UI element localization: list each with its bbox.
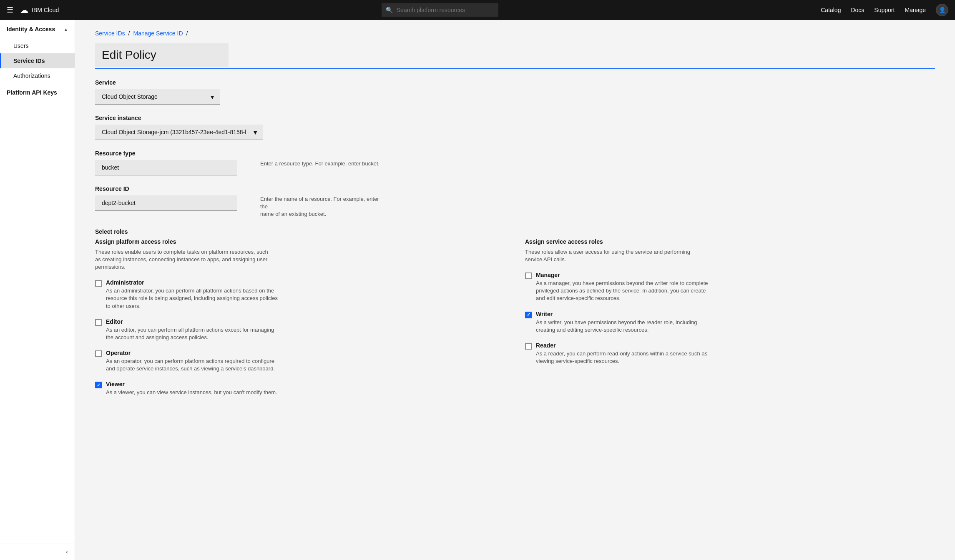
- breadcrumb-sep-2: /: [186, 30, 188, 37]
- title-divider: [95, 68, 935, 69]
- manager-desc: As a manager, you have permissions beyon…: [536, 280, 711, 302]
- resource-type-input[interactable]: [95, 160, 237, 175]
- operator-desc: As an operator, you can perform platform…: [106, 358, 281, 372]
- service-label: Service: [95, 79, 935, 86]
- role-reader: Reader As a reader, you can perform read…: [525, 342, 935, 365]
- manager-text: Manager As a manager, you have permissio…: [536, 272, 711, 302]
- sidebar-item-authorizations[interactable]: Authorizations: [0, 68, 75, 83]
- sidebar: Identity & Access ▲ Users Service IDs Au…: [0, 20, 75, 560]
- editor-name: Editor: [106, 318, 281, 325]
- service-roles-column: Assign service access roles These roles …: [525, 238, 935, 405]
- select-roles-label: Select roles: [95, 228, 935, 235]
- breadcrumb-sep-1: /: [128, 30, 130, 37]
- platform-roles-title: Assign platform access roles: [95, 238, 505, 245]
- sidebar-item-platform-api-keys[interactable]: Platform API Keys: [0, 83, 75, 102]
- editor-text: Editor As an editor, you can perform all…: [106, 318, 281, 341]
- service-roles-desc: These roles allow a user access for usin…: [525, 248, 700, 263]
- search-icon: 🔍: [386, 7, 393, 13]
- resource-id-label: Resource ID: [95, 185, 935, 192]
- manager-checkbox[interactable]: [525, 272, 532, 279]
- writer-name: Writer: [536, 311, 711, 318]
- resource-id-row: Enter the name of a resource. For exampl…: [95, 195, 935, 218]
- resource-type-hint: Enter a resource type. For example, ente…: [260, 160, 379, 168]
- top-navigation: ☰ ☁ IBM Cloud 🔍 Catalog Docs Support Man…: [0, 0, 955, 20]
- reader-name: Reader: [536, 342, 711, 349]
- sidebar-section-title: Identity & Access: [7, 26, 55, 32]
- administrator-name: Administrator: [106, 279, 281, 286]
- avatar[interactable]: 👤: [936, 4, 948, 16]
- service-instance-select-wrapper: Cloud Object Storage-jcm (3321b457-23ee-…: [95, 125, 263, 140]
- resource-id-input[interactable]: [95, 195, 237, 211]
- roles-container: Assign platform access roles These roles…: [95, 238, 935, 405]
- role-editor: Editor As an editor, you can perform all…: [95, 318, 505, 341]
- collapse-icon: ‹: [66, 548, 68, 555]
- operator-checkbox[interactable]: [95, 350, 102, 357]
- search-input[interactable]: [382, 3, 498, 17]
- editor-checkbox[interactable]: [95, 319, 102, 326]
- resource-type-field: Resource type Enter a resource type. For…: [95, 150, 935, 175]
- role-viewer: Viewer As a viewer, you can view service…: [95, 381, 505, 396]
- operator-name: Operator: [106, 350, 281, 356]
- reader-desc: As a reader, you can perform read-only a…: [536, 350, 711, 365]
- resource-id-field: Resource ID Enter the name of a resource…: [95, 185, 935, 218]
- resource-type-row: Enter a resource type. For example, ente…: [95, 160, 935, 175]
- service-field: Service Cloud Object Storage ▼: [95, 79, 935, 105]
- manager-name: Manager: [536, 272, 711, 278]
- writer-desc: As a writer, you have permissions beyond…: [536, 319, 711, 334]
- avatar-icon: 👤: [939, 7, 946, 13]
- service-instance-select[interactable]: Cloud Object Storage-jcm (3321b457-23ee-…: [95, 125, 263, 140]
- resource-id-hint: Enter the name of a resource. For exampl…: [260, 195, 385, 218]
- sidebar-collapse-button[interactable]: ‹: [0, 543, 75, 560]
- reader-checkbox[interactable]: [525, 343, 532, 350]
- manage-link[interactable]: Manage: [905, 7, 926, 13]
- editor-desc: As an editor, you can perform all platfo…: [106, 326, 281, 341]
- sidebar-item-users[interactable]: Users: [0, 38, 75, 53]
- writer-checkbox[interactable]: [525, 312, 532, 318]
- cloud-icon: ☁: [20, 5, 28, 15]
- service-instance-label: Service instance: [95, 115, 935, 121]
- reader-text: Reader As a reader, you can perform read…: [536, 342, 711, 365]
- main-content: Service IDs / Manage Service ID / Edit P…: [75, 20, 955, 560]
- service-select-wrapper: Cloud Object Storage ▼: [95, 89, 220, 105]
- service-select[interactable]: Cloud Object Storage: [95, 89, 220, 105]
- breadcrumb: Service IDs / Manage Service ID /: [95, 30, 935, 37]
- catalog-link[interactable]: Catalog: [821, 7, 841, 13]
- docs-link[interactable]: Docs: [851, 7, 864, 13]
- page-title: Edit Policy: [95, 43, 229, 67]
- ibm-cloud-logo: ☁ IBM Cloud: [20, 5, 59, 15]
- platform-roles-column: Assign platform access roles These roles…: [95, 238, 505, 405]
- page-layout: Identity & Access ▲ Users Service IDs Au…: [0, 20, 955, 560]
- platform-roles-desc: These roles enable users to complete tas…: [95, 248, 270, 271]
- sidebar-item-service-ids[interactable]: Service IDs: [0, 53, 75, 68]
- select-roles-section: Select roles Assign platform access role…: [95, 228, 935, 405]
- breadcrumb-service-ids[interactable]: Service IDs: [95, 30, 125, 37]
- support-link[interactable]: Support: [874, 7, 895, 13]
- viewer-checkbox[interactable]: [95, 382, 102, 388]
- administrator-checkbox[interactable]: [95, 280, 102, 287]
- resource-type-label: Resource type: [95, 150, 935, 157]
- breadcrumb-manage-service-id[interactable]: Manage Service ID: [133, 30, 183, 37]
- administrator-text: Administrator As an administrator, you c…: [106, 279, 281, 310]
- viewer-desc: As a viewer, you can view service instan…: [106, 389, 277, 396]
- chevron-up-icon: ▲: [64, 27, 68, 32]
- administrator-desc: As an administrator, you can perform all…: [106, 287, 281, 310]
- role-administrator: Administrator As an administrator, you c…: [95, 279, 505, 310]
- hamburger-menu[interactable]: ☰: [7, 5, 13, 15]
- search-bar: 🔍: [72, 3, 807, 17]
- role-writer: Writer As a writer, you have permissions…: [525, 311, 935, 334]
- operator-text: Operator As an operator, you can perform…: [106, 350, 281, 372]
- viewer-text: Viewer As a viewer, you can view service…: [106, 381, 277, 396]
- nav-links: Catalog Docs Support Manage 👤: [821, 4, 948, 16]
- viewer-name: Viewer: [106, 381, 277, 388]
- service-roles-title: Assign service access roles: [525, 238, 935, 245]
- role-operator: Operator As an operator, you can perform…: [95, 350, 505, 372]
- role-manager: Manager As a manager, you have permissio…: [525, 272, 935, 302]
- logo-text: IBM Cloud: [32, 7, 59, 13]
- writer-text: Writer As a writer, you have permissions…: [536, 311, 711, 334]
- sidebar-section-identity-access[interactable]: Identity & Access ▲: [0, 20, 75, 38]
- service-instance-field: Service instance Cloud Object Storage-jc…: [95, 115, 935, 140]
